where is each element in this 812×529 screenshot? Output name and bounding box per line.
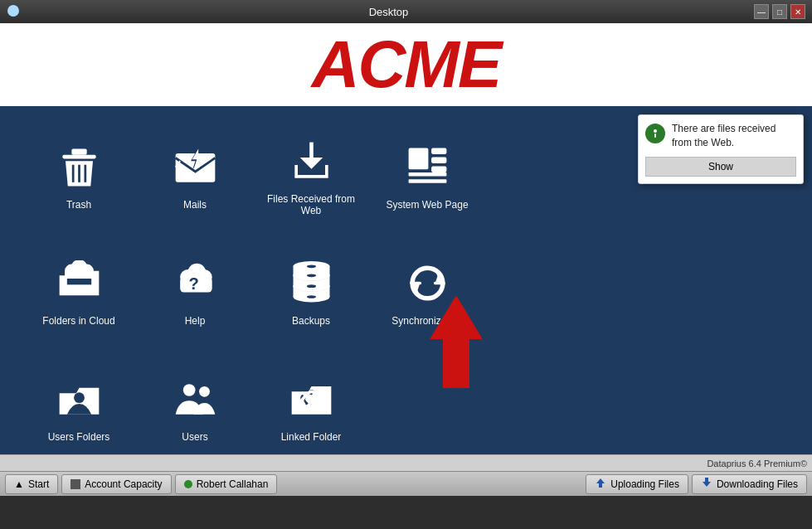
system-web-page-icon (402, 143, 452, 192)
red-arrow (423, 297, 489, 399)
svg-point-41 (182, 384, 195, 396)
title-bar: Desktop — □ ✕ (0, 0, 812, 23)
notification-show-button[interactable]: Show (645, 157, 796, 177)
linked-folder-label: Linked Folder (281, 431, 342, 443)
title-bar-title: Desktop (23, 6, 754, 18)
svg-marker-48 (596, 478, 605, 488)
users-folders-icon (54, 375, 104, 425)
svg-point-39 (307, 295, 316, 298)
icon-mails[interactable]: Mails (141, 123, 249, 231)
users-folders-label: Users Folders (48, 431, 110, 443)
start-label: Start (28, 478, 49, 490)
start-button[interactable]: ▲ Start (5, 474, 58, 494)
title-bar-icon (7, 4, 23, 20)
svg-point-37 (307, 274, 316, 278)
account-capacity-button[interactable]: Account Capacity (61, 474, 171, 494)
svg-rect-21 (65, 271, 94, 279)
icon-system-web-page[interactable]: System Web Page (373, 123, 481, 231)
title-bar-controls: — □ ✕ (754, 4, 805, 19)
user-button[interactable]: Robert Callahan (175, 474, 278, 494)
taskbar: ▲ Start Account Capacity Robert Callahan… (0, 471, 812, 496)
close-button[interactable]: ✕ (790, 4, 805, 19)
svg-rect-10 (431, 158, 446, 163)
icon-folders-in-cloud[interactable]: Folders in Cloud (25, 239, 133, 347)
mails-icon (170, 143, 220, 192)
account-capacity-label: Account Capacity (85, 478, 162, 490)
help-icon: ? (170, 259, 220, 308)
svg-rect-11 (431, 167, 446, 172)
svg-rect-8 (408, 148, 428, 170)
svg-marker-43 (431, 297, 481, 388)
uploading-label: Uploading Files (610, 478, 679, 490)
desktop-area: Trash Mails (0, 106, 812, 454)
trash-icon (54, 143, 104, 192)
downloading-files-button[interactable]: Downloading Files (692, 474, 807, 494)
files-received-label: Files Received from Web (257, 193, 365, 217)
svg-rect-1 (62, 155, 95, 159)
user-label: Robert Callahan (197, 478, 269, 490)
logo-area: ACME (0, 23, 812, 106)
notification-text: There are files received from the Web. (672, 122, 796, 150)
system-web-page-label: System Web Page (386, 199, 468, 211)
files-received-icon (286, 137, 336, 187)
backups-label: Backups (292, 315, 330, 327)
minimize-button[interactable]: — (754, 4, 769, 19)
svg-rect-45 (654, 133, 656, 138)
users-icon (170, 375, 220, 425)
notification-popup: There are files received from the Web. S… (638, 114, 804, 184)
svg-point-0 (7, 5, 19, 17)
icon-backups[interactable]: Backups (257, 239, 365, 347)
icon-users[interactable]: Users (141, 355, 249, 463)
svg-point-36 (307, 265, 316, 269)
svg-text:?: ? (188, 274, 198, 293)
linked-folder-icon (286, 375, 336, 425)
help-label: Help (185, 315, 206, 327)
maximize-button[interactable]: □ (772, 4, 787, 19)
svg-marker-49 (703, 478, 711, 487)
backups-icon (286, 259, 336, 308)
user-status-icon (184, 480, 192, 488)
start-chevron-icon: ▲ (14, 478, 24, 490)
svg-point-44 (654, 129, 657, 133)
upload-icon (595, 477, 606, 491)
icon-trash[interactable]: Trash (25, 123, 133, 231)
icon-help[interactable]: ? Help (141, 239, 249, 347)
svg-rect-12 (408, 172, 446, 177)
folders-in-cloud-icon (54, 259, 104, 308)
notification-header: There are files received from the Web. (645, 122, 796, 150)
mails-label: Mails (183, 199, 207, 211)
svg-rect-2 (71, 149, 86, 155)
svg-point-42 (199, 386, 210, 397)
notification-icon (645, 124, 665, 143)
account-capacity-icon (71, 479, 80, 489)
svg-point-38 (307, 285, 316, 289)
svg-rect-13 (408, 179, 446, 183)
svg-rect-9 (431, 148, 446, 154)
trash-label: Trash (66, 199, 91, 211)
acme-logo: ACME (312, 27, 501, 103)
uploading-files-button[interactable]: Uploading Files (586, 474, 688, 494)
icon-files-received[interactable]: Files Received from Web (257, 123, 365, 231)
download-icon (701, 477, 712, 491)
downloading-label: Downloading Files (717, 478, 798, 490)
users-label: Users (182, 431, 207, 443)
icons-grid: Trash Mails (25, 123, 489, 463)
svg-point-40 (74, 393, 85, 404)
folders-in-cloud-label: Folders in Cloud (42, 315, 114, 327)
icon-users-folders[interactable]: Users Folders (25, 355, 133, 463)
icon-linked-folder[interactable]: Linked Folder (257, 355, 365, 463)
